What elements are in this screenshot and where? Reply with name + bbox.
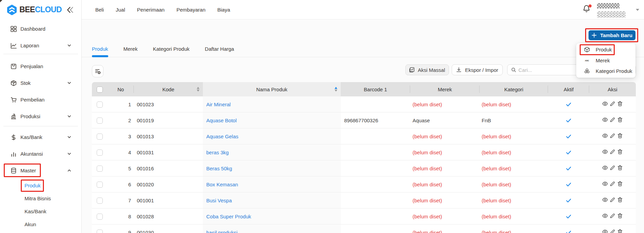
sidebar-item[interactable]: Kas/Bank xyxy=(0,129,81,145)
edit-icon[interactable] xyxy=(610,213,615,219)
cell-aktif xyxy=(548,112,589,128)
sidebar-item[interactable]: Produksi xyxy=(0,108,81,125)
view-icon[interactable] xyxy=(602,101,608,107)
sidebar-submenu-item[interactable]: Mitra Bisnis xyxy=(0,192,81,205)
product-link[interactable]: beras 3kg xyxy=(206,150,229,155)
edit-icon[interactable] xyxy=(610,197,615,203)
product-link[interactable]: Aquase Botol xyxy=(206,118,237,123)
dropdown-item[interactable]: Produk xyxy=(576,44,635,55)
top-nav-item[interactable]: Penerimaan xyxy=(137,7,165,13)
top-nav-item[interactable]: Pembayaran xyxy=(176,7,205,13)
row-checkbox[interactable] xyxy=(97,182,103,188)
view-icon[interactable] xyxy=(602,229,608,233)
table-row: 6 001020 Box Kemasan (belum diset) (belu… xyxy=(92,176,636,192)
sidebar-item[interactable]: Laporan xyxy=(0,37,81,54)
view-icon[interactable] xyxy=(602,165,608,171)
sidebar-submenu-item[interactable]: Akun xyxy=(0,218,81,231)
column-header-nama-produk[interactable]: Nama Produk xyxy=(203,82,341,96)
active-check-icon xyxy=(566,150,571,155)
active-check-icon xyxy=(566,198,571,203)
edit-icon[interactable] xyxy=(610,165,615,171)
top-nav-item[interactable]: Beli xyxy=(95,7,104,13)
sidebar-item[interactable]: Penjualan xyxy=(0,58,81,75)
add-new-button[interactable]: Tambah Baru xyxy=(589,30,635,40)
notifications-button[interactable] xyxy=(583,5,591,13)
delete-icon[interactable] xyxy=(617,133,623,139)
sidebar-item[interactable]: Master xyxy=(0,162,81,179)
cell-kode: 001028 xyxy=(134,208,203,224)
chart-line-icon xyxy=(11,43,17,49)
sidebar-item[interactable]: Dashboard xyxy=(0,20,81,37)
sidebar-item[interactable]: Akuntansi xyxy=(0,145,81,162)
column-settings-button[interactable] xyxy=(92,65,103,77)
edit-icon[interactable] xyxy=(610,101,615,107)
cell-aksi xyxy=(589,208,636,224)
edit-icon[interactable] xyxy=(610,149,615,155)
edit-icon[interactable] xyxy=(610,229,615,233)
delete-icon[interactable] xyxy=(617,197,623,203)
sort-icon[interactable] xyxy=(197,87,199,92)
product-link[interactable]: hasil produksi xyxy=(206,230,238,233)
top-nav-item[interactable]: Jual xyxy=(116,7,125,13)
row-checkbox[interactable] xyxy=(97,134,103,140)
product-link[interactable]: Beras 50kg xyxy=(206,166,232,171)
cell-barcode xyxy=(341,192,410,208)
row-checkbox[interactable] xyxy=(97,214,103,220)
row-checkbox[interactable] xyxy=(97,198,103,204)
delete-icon[interactable] xyxy=(617,101,623,107)
view-icon[interactable] xyxy=(602,133,608,139)
tabs-divider xyxy=(82,57,644,57)
delete-icon[interactable] xyxy=(617,213,623,219)
tab[interactable]: Produk xyxy=(92,44,108,52)
view-icon[interactable] xyxy=(602,149,608,155)
view-icon[interactable] xyxy=(602,117,608,123)
active-tab-underline xyxy=(92,55,108,57)
delete-icon[interactable] xyxy=(617,229,623,233)
column-header-kode[interactable]: Kode xyxy=(134,82,203,96)
select-all-checkbox[interactable] xyxy=(97,87,103,93)
export-import-button[interactable]: Ekspor / Impor xyxy=(452,64,503,75)
view-icon[interactable] xyxy=(602,181,608,187)
active-check-icon xyxy=(566,214,571,219)
edit-icon[interactable] xyxy=(610,117,615,123)
view-icon[interactable] xyxy=(602,197,608,203)
row-checkbox[interactable] xyxy=(97,166,103,172)
product-link[interactable]: Busi Vespa xyxy=(206,198,232,203)
product-link[interactable]: Aquase Gelas xyxy=(206,134,238,139)
dropdown-item[interactable]: Merek xyxy=(576,55,635,66)
cell-kode: 001001 xyxy=(134,192,203,208)
edit-icon[interactable] xyxy=(610,181,615,187)
view-icon[interactable] xyxy=(602,213,608,219)
sidebar-submenu-item[interactable]: Kas/Bank xyxy=(0,205,81,218)
tab[interactable]: Daftar Harga xyxy=(205,44,234,52)
sidebar: BEECLOUD Dashboard Laporan xyxy=(0,0,82,233)
delete-icon[interactable] xyxy=(617,117,623,123)
top-nav-item[interactable]: Biaya xyxy=(218,7,230,13)
bulk-action-button[interactable]: Aksi Massal xyxy=(405,64,449,75)
tab[interactable]: Kategori Produk xyxy=(153,44,190,52)
tab[interactable]: Merek xyxy=(124,44,138,52)
dropdown-item[interactable]: Kategori Produk xyxy=(576,66,635,77)
sidebar-submenu-item[interactable]: Produk xyxy=(0,179,81,192)
sidebar-item[interactable]: Pembelian xyxy=(0,91,81,108)
sidebar-item[interactable]: Stok xyxy=(0,75,81,91)
cell-barcode xyxy=(341,208,410,224)
cell-aktif xyxy=(548,128,589,144)
cell-no: 8 xyxy=(108,208,134,224)
product-link[interactable]: Coba Super Produk xyxy=(206,214,251,219)
cell-aksi xyxy=(589,96,636,112)
sidebar-collapse-icon[interactable] xyxy=(66,6,74,14)
delete-icon[interactable] xyxy=(617,181,623,187)
product-link[interactable]: Air Mineral xyxy=(206,102,231,107)
row-checkbox[interactable] xyxy=(97,230,103,233)
delete-icon[interactable] xyxy=(617,165,623,171)
row-checkbox[interactable] xyxy=(97,102,103,108)
product-link[interactable]: Box Kemasan xyxy=(206,182,238,187)
row-checkbox[interactable] xyxy=(97,150,103,156)
sort-icon-active[interactable] xyxy=(335,87,337,92)
edit-icon[interactable] xyxy=(610,133,615,139)
user-caret-icon[interactable] xyxy=(636,9,639,11)
row-checkbox[interactable] xyxy=(97,118,103,124)
delete-icon[interactable] xyxy=(617,149,623,155)
column-header-merek: Merek xyxy=(410,82,480,96)
